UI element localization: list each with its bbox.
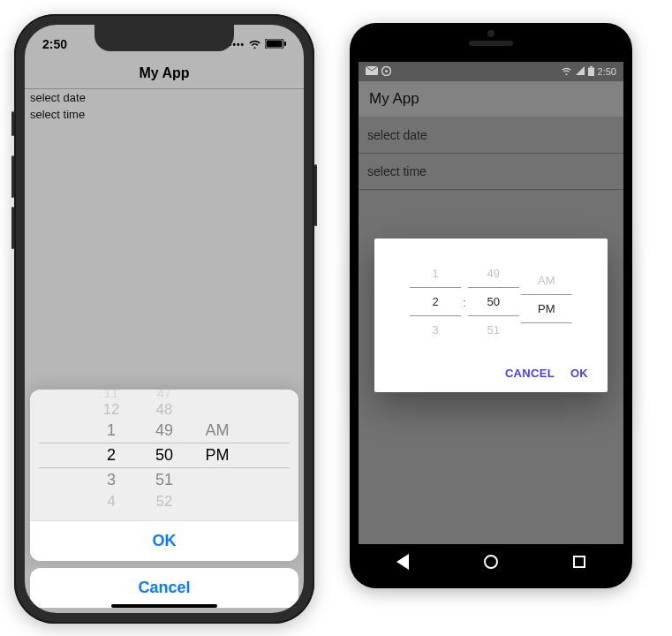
side-button (11, 111, 14, 136)
recents-button[interactable] (573, 556, 585, 568)
time-separator: : (463, 295, 466, 309)
hour-selected[interactable]: 2 (410, 287, 461, 316)
period-option[interactable] (521, 323, 572, 337)
hour-wheel[interactable]: 11 12 1 2 3 4 (85, 390, 138, 520)
ios-time-picker[interactable]: 11 12 1 2 3 4 47 48 49 50 51 (30, 390, 298, 520)
period-option[interactable]: AM (191, 418, 244, 443)
home-button[interactable] (484, 555, 498, 569)
hour-option[interactable]: 3 (85, 467, 138, 492)
minute-option[interactable]: 49 (468, 260, 519, 287)
minute-selected[interactable]: 50 (468, 287, 519, 316)
side-button (314, 164, 317, 226)
hour-spinner[interactable]: 1 2 3 (410, 260, 461, 344)
period-spinner[interactable]: AM PM (521, 267, 572, 337)
back-button[interactable] (396, 554, 409, 570)
cancel-button[interactable]: CANCEL (505, 367, 555, 380)
svg-rect-2 (284, 42, 286, 46)
wifi-icon (248, 37, 261, 51)
period-selected[interactable]: PM (521, 294, 572, 323)
hour-option[interactable]: 3 (410, 316, 461, 344)
ok-button[interactable]: OK (570, 367, 588, 380)
minute-wheel[interactable]: 47 48 49 50 51 52 (138, 390, 191, 520)
iphone-device-frame: 2:50 •••• My App select date select time (14, 14, 314, 624)
side-button (11, 207, 14, 249)
side-button (11, 155, 14, 198)
select-time-row[interactable]: select time (25, 106, 304, 123)
battery-icon (265, 37, 286, 51)
ios-app-title: My App (25, 64, 304, 89)
front-camera (487, 30, 495, 37)
minute-option[interactable]: 51 (138, 467, 191, 492)
ios-status-time: 2:50 (42, 37, 67, 51)
hour-option[interactable]: 1 (85, 418, 138, 443)
svg-rect-1 (267, 41, 283, 48)
hour-selected[interactable]: 2 (85, 443, 138, 467)
minute-option[interactable]: 52 (140, 489, 188, 512)
minute-spinner[interactable]: 49 50 51 (468, 260, 519, 344)
android-time-picker-dialog: 1 2 3 : 49 50 51 AM PM (374, 238, 608, 392)
iphone-screen: 2:50 •••• My App select date select time (25, 25, 304, 613)
speaker-grille (469, 41, 513, 46)
minute-option[interactable]: 51 (468, 316, 519, 344)
android-screen: 2:50 My App select date select time 1 2 … (359, 62, 623, 544)
cancel-button[interactable]: Cancel (30, 568, 298, 608)
android-nav-bar (359, 544, 623, 579)
select-date-row[interactable]: select date (25, 89, 304, 106)
home-indicator[interactable] (111, 604, 217, 608)
ok-button[interactable]: OK (30, 520, 298, 561)
hour-option[interactable]: 1 (410, 260, 461, 287)
period-option[interactable]: AM (521, 267, 572, 294)
hour-option[interactable]: 4 (87, 489, 135, 512)
android-device-frame: 2:50 My App select date select time 1 2 … (350, 23, 632, 588)
minute-option[interactable]: 49 (138, 418, 191, 443)
minute-selected[interactable]: 50 (138, 443, 191, 467)
ios-action-sheet: 11 12 1 2 3 4 47 48 49 50 51 (25, 384, 304, 613)
iphone-notch (94, 25, 234, 51)
period-wheel[interactable]: AM PM (191, 390, 244, 520)
period-selected[interactable]: PM (191, 443, 244, 467)
